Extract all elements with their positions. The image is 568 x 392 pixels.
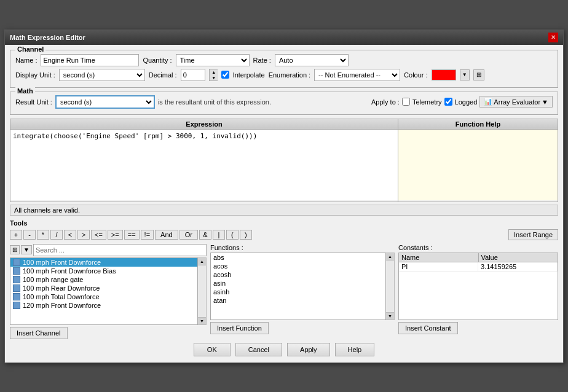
functions-scrollbar[interactable]: ▲ ▼ <box>386 253 395 320</box>
interpolate-checkbox[interactable] <box>221 71 229 79</box>
op-gte[interactable]: >= <box>108 230 123 240</box>
function-help-header: Function Help <box>398 119 558 130</box>
op-lte[interactable]: <= <box>91 230 106 240</box>
display-unit-label: Display Unit : <box>15 71 55 79</box>
apply-button[interactable]: Apply <box>287 343 330 356</box>
op-eq[interactable]: == <box>124 230 140 240</box>
channels-dropdown-btn[interactable]: ▼ <box>21 245 32 254</box>
op-plus[interactable]: + <box>10 230 22 240</box>
search-row: ⊞ ▼ <box>10 244 207 256</box>
enumeration-label: Enumeration : <box>269 71 310 79</box>
list-item[interactable]: 100 mph Total Downforce <box>10 292 197 301</box>
list-item[interactable]: 100 mph Rear Downforce <box>10 284 197 292</box>
colour-dropdown-btn[interactable]: ▼ <box>460 69 470 80</box>
channel-icon <box>13 284 20 292</box>
decimal-down-btn[interactable]: ▼ <box>210 75 218 80</box>
channel-icon <box>13 276 20 283</box>
constants-table: Name Value PI 3.14159265 <box>398 253 558 320</box>
decimal-label: Decimal : <box>149 71 177 79</box>
op-multiply[interactable]: * <box>37 230 49 240</box>
math-row1: Result Unit : second (s) is the resultan… <box>15 96 553 108</box>
status-bar: All channels are valid. <box>10 205 558 216</box>
tools-label: Tools <box>10 219 558 227</box>
array-eval-icon: 📊 <box>484 98 492 106</box>
channel-row1: Name : Quantity : Time Rate : Auto <box>15 54 553 66</box>
list-item[interactable]: abs <box>211 253 385 262</box>
insert-function-btn[interactable]: Insert Function <box>210 322 269 334</box>
op-lparen[interactable]: ( <box>226 230 239 240</box>
list-item[interactable]: acos <box>211 262 385 270</box>
expression-textarea[interactable]: integrate(choose('Engine Speed' [rpm] > … <box>10 130 398 200</box>
channels-listbox-container: 100 mph Front Downforce 100 mph Front Do… <box>10 257 207 325</box>
op-lt[interactable]: < <box>64 230 76 240</box>
enumeration-select[interactable]: -- Not Enumerated -- <box>314 69 400 81</box>
constants-name-cell: PI <box>399 262 478 271</box>
constants-value-col-header: Value <box>479 253 558 262</box>
list-item[interactable]: asin <box>211 279 385 288</box>
op-or[interactable]: Or <box>179 230 198 240</box>
name-input[interactable] <box>41 54 139 66</box>
tools-section: Tools + - * / < > <= >= == != And Or & |… <box>10 219 558 240</box>
list-item[interactable]: acosh <box>211 270 385 279</box>
functions-section: Functions : abs acos acosh asin asinh at… <box>210 244 395 339</box>
decimal-up-btn[interactable]: ▲ <box>210 69 218 75</box>
colour-swatch[interactable] <box>432 69 456 80</box>
op-minus[interactable]: - <box>23 230 36 240</box>
quantity-select[interactable]: Time <box>176 54 250 66</box>
channel-group: Channel Name : Quantity : Time Rate : Au… <box>10 50 558 88</box>
op-divide[interactable]: / <box>50 230 63 240</box>
insert-constant-btn[interactable]: Insert Constant <box>398 322 458 334</box>
channels-scrollbar[interactable]: ▲ ▼ <box>198 257 207 325</box>
op-rparen[interactable]: ) <box>240 230 252 240</box>
insert-range-btn[interactable]: Insert Range <box>508 229 558 240</box>
decimal-input[interactable] <box>181 69 205 81</box>
rate-select[interactable]: Auto <box>275 54 349 66</box>
bottom-buttons: OK Cancel Apply Help <box>10 339 558 358</box>
logged-checkbox[interactable] <box>444 98 452 106</box>
main-window: Math Expression Editor ✕ Channel Name : … <box>4 29 564 363</box>
channel-icon <box>13 302 20 309</box>
op-amp[interactable]: & <box>199 230 211 240</box>
expression-area: Expression integrate(choose('Engine Spee… <box>10 119 558 202</box>
help-button[interactable]: Help <box>335 343 375 356</box>
op-and[interactable]: And <box>155 230 178 240</box>
constants-row[interactable]: PI 3.14159265 <box>399 262 558 272</box>
scrollbar-up-btn[interactable]: ▲ <box>198 258 206 265</box>
telemetry-checkbox[interactable] <box>402 98 410 106</box>
op-gt[interactable]: > <box>77 230 90 240</box>
status-text: All channels are valid. <box>14 206 80 214</box>
scrollbar-track[interactable] <box>198 265 206 317</box>
name-label: Name : <box>15 57 37 64</box>
search-input[interactable] <box>33 244 207 256</box>
insert-channel-btn[interactable]: Insert Channel <box>10 327 68 339</box>
scrollbar-up-btn[interactable]: ▲ <box>386 253 394 261</box>
result-unit-select[interactable]: second (s) <box>56 96 154 108</box>
colour-picker-icon[interactable]: ⊞ <box>473 69 484 80</box>
scrollbar-down-btn[interactable]: ▼ <box>386 312 394 319</box>
channels-list: 100 mph Front Downforce 100 mph Front Do… <box>10 257 198 325</box>
list-item[interactable]: 120 mph Front Downforce <box>10 301 197 310</box>
list-item[interactable]: asinh <box>211 288 385 296</box>
close-button[interactable]: ✕ <box>548 33 558 42</box>
display-unit-select[interactable]: second (s) <box>59 69 145 81</box>
list-item[interactable]: atan <box>211 296 385 305</box>
function-help-panel: Function Help <box>398 119 558 202</box>
result-text: is the resultant unit of this expression… <box>158 98 271 106</box>
colour-label: Colour : <box>404 71 428 79</box>
scrollbar-down-btn[interactable]: ▼ <box>198 317 206 324</box>
list-item[interactable]: 100 mph Front Downforce Bias <box>10 267 197 275</box>
channels-grid-btn[interactable]: ⊞ <box>10 245 20 254</box>
op-neq[interactable]: != <box>141 230 154 240</box>
result-unit-label: Result Unit : <box>15 98 52 106</box>
scrollbar-track[interactable] <box>386 261 394 312</box>
op-pipe[interactable]: | <box>213 230 225 240</box>
ok-button[interactable]: OK <box>194 343 231 356</box>
interpolate-label: Interpolate <box>233 71 265 79</box>
list-item[interactable]: 100 mph Front Downforce <box>10 258 197 267</box>
lower-section: ⊞ ▼ 100 mph Front Downforce 100 mph Fron… <box>10 244 558 339</box>
array-evaluator-btn[interactable]: 📊 Array Evaluator ▼ <box>479 96 553 108</box>
content-area: Channel Name : Quantity : Time Rate : Au… <box>5 45 563 363</box>
math-group: Math Result Unit : second (s) is the res… <box>10 92 558 115</box>
list-item[interactable]: 100 mph range gate <box>10 275 197 284</box>
cancel-button[interactable]: Cancel <box>235 343 282 356</box>
